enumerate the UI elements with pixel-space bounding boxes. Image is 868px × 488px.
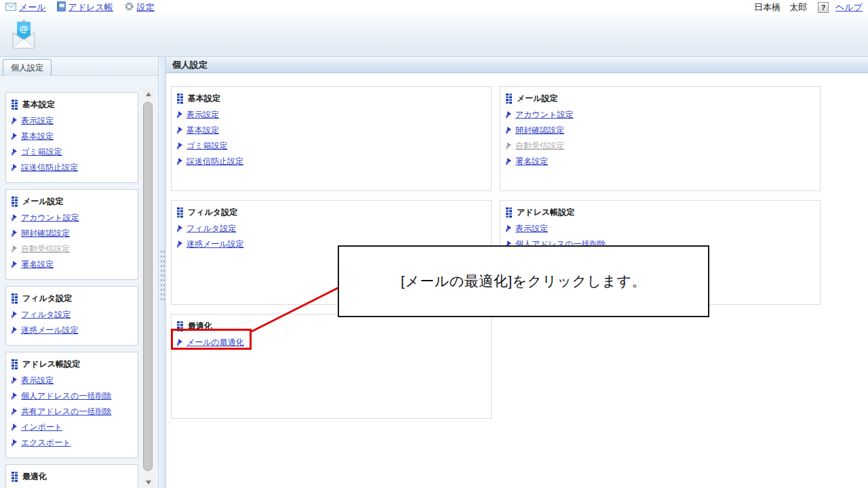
settings-link-row: アカウント設定 — [506, 107, 814, 123]
arrow-bullet-icon — [177, 142, 183, 150]
settings-link[interactable]: 署名設定 — [515, 156, 548, 167]
settings-link-row: 基本設定 — [177, 123, 486, 138]
settings-group: メール設定アカウント設定開封確認設定自動受信設定署名設定 — [500, 86, 821, 191]
settings-link-row: 表示設定 — [506, 221, 814, 237]
grid-icon — [506, 207, 513, 218]
app: メール アドレス帳 設定 日本橋 太郎 ? ヘルプ @ — [0, 0, 868, 488]
group-title-text: メール設定 — [517, 93, 558, 104]
settings-group: 最適化メールの最適化 — [171, 314, 492, 419]
settings-link[interactable]: 開封確認設定 — [515, 125, 564, 136]
group-title-text: アドレス帳設定 — [517, 207, 574, 218]
annotation-callout: [メールの最適化]をクリックします。 — [338, 245, 709, 317]
arrow-bullet-icon — [177, 338, 183, 347]
arrow-bullet-icon — [506, 224, 512, 233]
settings-link[interactable]: ゴミ箱設定 — [186, 140, 228, 152]
settings-link-row: ゴミ箱設定 — [177, 138, 486, 154]
settings-link[interactable]: 誤送信防止設定 — [186, 156, 243, 167]
arrow-bullet-icon — [177, 110, 183, 119]
settings-link[interactable]: 表示設定 — [186, 109, 219, 121]
settings-link[interactable]: 表示設定 — [515, 223, 548, 235]
settings-link[interactable]: アカウント設定 — [515, 109, 573, 121]
group-title: アドレス帳設定 — [506, 206, 814, 218]
settings-link-row: 自動受信設定 — [506, 138, 814, 154]
arrow-bullet-icon — [506, 126, 512, 135]
arrow-bullet-icon — [506, 157, 512, 166]
arrow-bullet-icon — [506, 142, 512, 150]
arrow-bullet-icon — [506, 110, 512, 119]
settings-link-row: 誤送信防止設定 — [177, 154, 486, 169]
settings-link-row: フィルタ設定 — [177, 221, 486, 237]
grid-icon — [177, 321, 184, 332]
grid-icon — [177, 207, 184, 218]
arrow-bullet-icon — [177, 224, 183, 233]
settings-cards: 基本設定表示設定基本設定ゴミ箱設定誤送信防止設定メール設定アカウント設定開封確認… — [0, 0, 868, 488]
arrow-bullet-icon — [177, 126, 183, 135]
group-title: 最適化 — [177, 320, 486, 332]
group-title-text: 最適化 — [188, 321, 212, 332]
group-title-text: 基本設定 — [188, 93, 220, 104]
grid-icon — [506, 93, 513, 104]
settings-link[interactable]: 自動受信設定 — [515, 140, 564, 152]
settings-link-row: 表示設定 — [177, 107, 486, 123]
settings-link-row: 開封確認設定 — [506, 123, 814, 138]
group-title: 基本設定 — [177, 92, 486, 104]
settings-link-row: 署名設定 — [506, 154, 814, 169]
grid-icon — [177, 93, 184, 104]
settings-link[interactable]: 迷惑メール設定 — [186, 239, 244, 250]
group-title-text: フィルタ設定 — [188, 207, 237, 218]
arrow-bullet-icon — [177, 157, 183, 166]
group-title: メール設定 — [506, 92, 814, 104]
settings-link[interactable]: フィルタ設定 — [186, 223, 236, 235]
settings-link-row: メールの最適化 — [177, 335, 486, 350]
annotation-text: [メールの最適化]をクリックします。 — [401, 272, 646, 291]
group-title: フィルタ設定 — [177, 206, 486, 218]
settings-link[interactable]: 基本設定 — [186, 125, 219, 136]
mail-optimization-link[interactable]: メールの最適化 — [186, 337, 244, 348]
settings-group: 基本設定表示設定基本設定ゴミ箱設定誤送信防止設定 — [171, 86, 492, 191]
arrow-bullet-icon — [177, 240, 183, 249]
